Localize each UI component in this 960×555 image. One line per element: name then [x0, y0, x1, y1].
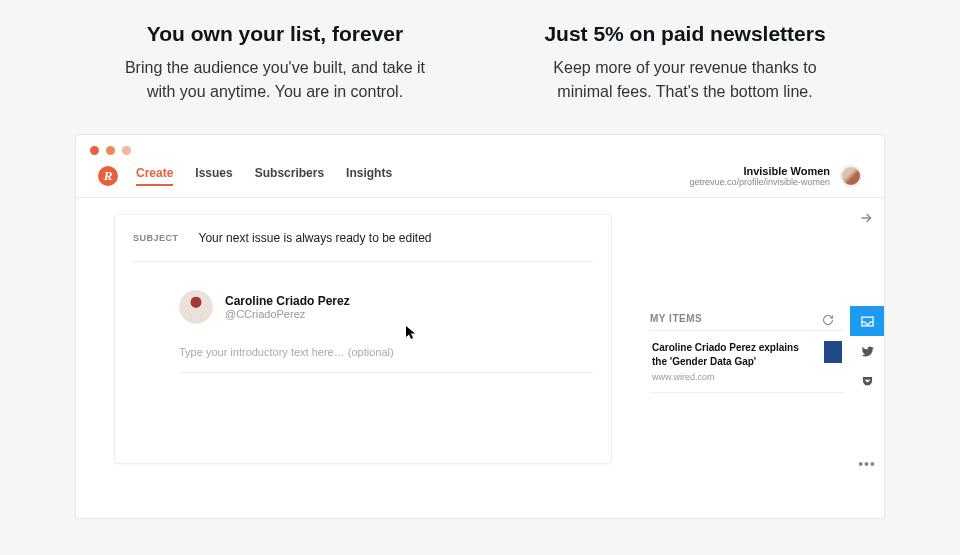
- topbar: R Create Issues Subscribers Insights Inv…: [76, 165, 884, 198]
- intro-input[interactable]: Type your introductory text here… (optio…: [115, 336, 611, 372]
- app-window: R Create Issues Subscribers Insights Inv…: [75, 134, 885, 519]
- subject-input[interactable]: Your next issue is always ready to be ed…: [199, 231, 432, 245]
- editor-card: SUBJECT Your next issue is always ready …: [114, 214, 612, 464]
- main-nav: Create Issues Subscribers Insights: [136, 166, 392, 186]
- nav-create[interactable]: Create: [136, 166, 173, 186]
- feature-1-title: You own your list, forever: [115, 22, 435, 46]
- subject-label: SUBJECT: [133, 233, 179, 243]
- logo-icon[interactable]: R: [98, 166, 118, 186]
- rail-twitter-icon[interactable]: [850, 336, 884, 366]
- item-title: Caroline Criado Perez explains the 'Gend…: [652, 341, 816, 368]
- window-dot-red: [90, 146, 99, 155]
- profile-name: Invisible Women: [743, 165, 830, 177]
- cursor-icon: [406, 326, 416, 342]
- feature-1-body: Bring the audience you've built, and tak…: [115, 56, 435, 104]
- rail-inbox-icon[interactable]: [850, 306, 884, 336]
- editor-panel: SUBJECT Your next issue is always ready …: [76, 198, 650, 518]
- author-block: Caroline Criado Perez @CCriadoPerez: [115, 262, 611, 336]
- profile-menu[interactable]: Invisible Women getrevue.co/profile/invi…: [689, 165, 862, 187]
- profile-url: getrevue.co/profile/invisible-women: [689, 177, 830, 187]
- nav-subscribers[interactable]: Subscribers: [255, 166, 324, 186]
- nav-insights[interactable]: Insights: [346, 166, 392, 186]
- rail-pocket-icon[interactable]: [850, 366, 884, 396]
- author-name: Caroline Criado Perez: [225, 294, 350, 308]
- window-chrome: [76, 135, 884, 165]
- refresh-icon[interactable]: [822, 312, 834, 324]
- rail-more-icon[interactable]: •••: [858, 456, 876, 472]
- author-avatar: [179, 290, 213, 324]
- feature-2-title: Just 5% on paid newsletters: [525, 22, 845, 46]
- item-source: www.wired.com: [652, 372, 816, 382]
- items-panel: MY ITEMS Caroline Criado Perez explains …: [650, 198, 850, 518]
- window-dot-light: [122, 146, 131, 155]
- collapse-arrow-icon[interactable]: [854, 206, 878, 234]
- side-rail: •••: [850, 198, 884, 518]
- item-card[interactable]: Caroline Criado Perez explains the 'Gend…: [650, 330, 844, 393]
- author-handle: @CCriadoPerez: [225, 308, 350, 320]
- items-title: MY ITEMS: [650, 313, 702, 324]
- nav-issues[interactable]: Issues: [195, 166, 232, 186]
- window-dot-orange: [106, 146, 115, 155]
- feature-2-body: Keep more of your revenue thanks to mini…: [525, 56, 845, 104]
- avatar: [840, 165, 862, 187]
- item-thumbnail: [824, 341, 842, 363]
